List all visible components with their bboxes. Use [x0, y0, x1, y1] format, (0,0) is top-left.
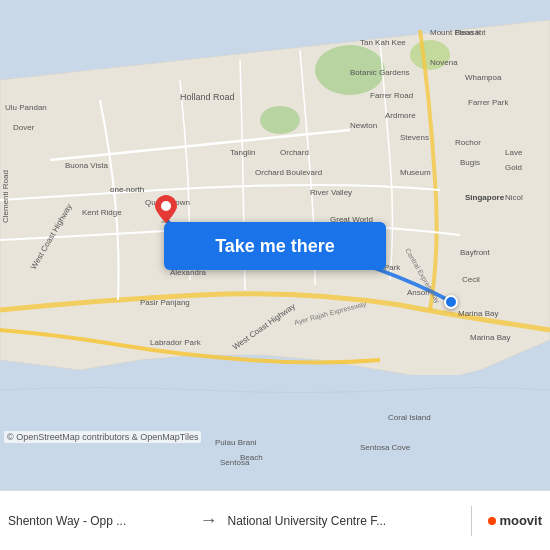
- svg-text:Pasir Panjang: Pasir Panjang: [140, 298, 190, 307]
- svg-text:Farrer Road: Farrer Road: [370, 91, 413, 100]
- svg-text:Novena: Novena: [430, 58, 458, 67]
- svg-text:Orchard Boulevard: Orchard Boulevard: [255, 168, 322, 177]
- svg-text:Newton: Newton: [350, 121, 377, 130]
- map-attribution: © OpenStreetMap contributors & OpenMapTi…: [4, 431, 201, 443]
- svg-text:Boon K: Boon K: [455, 28, 482, 37]
- svg-text:River Valley: River Valley: [310, 188, 352, 197]
- origin-marker: [155, 195, 177, 223]
- svg-text:Dover: Dover: [13, 123, 35, 132]
- svg-text:Tan Kah Kee: Tan Kah Kee: [360, 38, 406, 47]
- moovit-logo-text: moovit: [499, 513, 542, 528]
- svg-point-8: [260, 106, 300, 134]
- svg-text:Ardmore: Ardmore: [385, 111, 416, 120]
- svg-text:Nicol: Nicol: [505, 193, 523, 202]
- svg-text:Marina Bay: Marina Bay: [458, 309, 498, 318]
- svg-text:Buona Vista: Buona Vista: [65, 161, 109, 170]
- route-to-label: National University Centre F...: [223, 514, 463, 528]
- moovit-logo: moovit: [488, 513, 542, 528]
- svg-text:Sentosa Cove: Sentosa Cove: [360, 443, 411, 452]
- svg-text:Lave: Lave: [505, 148, 523, 157]
- svg-text:Rochor: Rochor: [455, 138, 481, 147]
- svg-text:Coral Island: Coral Island: [388, 413, 431, 422]
- svg-text:Gold: Gold: [505, 163, 522, 172]
- destination-marker: [444, 295, 458, 309]
- svg-text:Orchard: Orchard: [280, 148, 309, 157]
- svg-text:Beach: Beach: [240, 453, 263, 462]
- svg-text:Museum: Museum: [400, 168, 431, 177]
- svg-text:Marina Bay: Marina Bay: [470, 333, 510, 342]
- svg-text:Stevens: Stevens: [400, 133, 429, 142]
- svg-text:Anson: Anson: [407, 288, 430, 297]
- svg-text:Botanic Gardens: Botanic Gardens: [350, 68, 410, 77]
- bottom-bar: Shenton Way - Opp ... → National Univers…: [0, 490, 550, 550]
- svg-text:Whampoa: Whampoa: [465, 73, 502, 82]
- svg-text:Bugis: Bugis: [460, 158, 480, 167]
- svg-text:Bayfront: Bayfront: [460, 248, 491, 257]
- svg-text:Kent Ridge: Kent Ridge: [82, 208, 122, 217]
- svg-text:Clementi Road: Clementi Road: [1, 170, 10, 223]
- svg-text:Singapore: Singapore: [465, 193, 505, 202]
- svg-point-60: [161, 201, 171, 211]
- svg-text:Pulau Brani: Pulau Brani: [215, 438, 257, 447]
- svg-text:Farrer Park: Farrer Park: [468, 98, 509, 107]
- route-arrow-icon: →: [193, 510, 223, 531]
- take-me-there-button[interactable]: Take me there: [164, 222, 386, 270]
- svg-text:one-north: one-north: [110, 185, 144, 194]
- moovit-logo-dot: [488, 517, 496, 525]
- map-container: Holland Road Buona Vista Kent Ridge one-…: [0, 0, 550, 490]
- svg-text:Labrador Park: Labrador Park: [150, 338, 202, 347]
- svg-text:Tanglin: Tanglin: [230, 148, 255, 157]
- svg-text:Holland Road: Holland Road: [180, 92, 235, 102]
- svg-text:Ulu Pandan: Ulu Pandan: [5, 103, 47, 112]
- route-from-label: Shenton Way - Opp ...: [8, 514, 193, 528]
- svg-text:Cecil: Cecil: [462, 275, 480, 284]
- divider: [471, 506, 472, 536]
